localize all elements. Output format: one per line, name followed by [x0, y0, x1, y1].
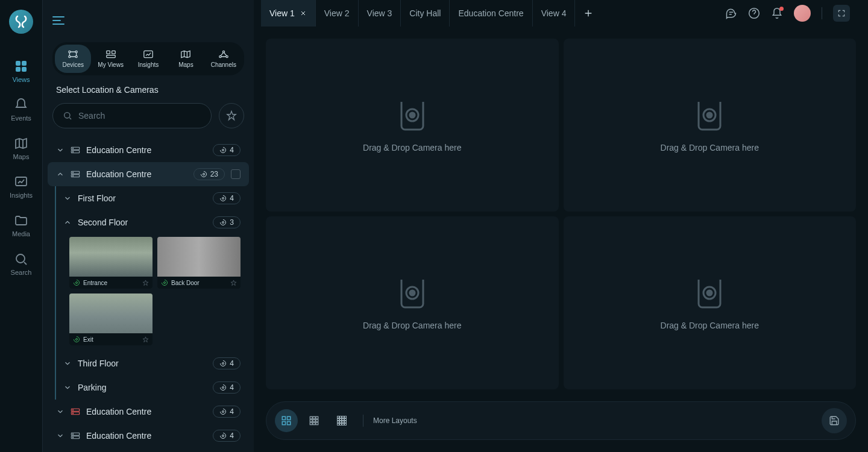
svg-point-5: [16, 254, 25, 263]
chevron-down-icon: [56, 407, 64, 416]
view-tab[interactable]: View 1: [261, 0, 316, 27]
rail-insights[interactable]: Insights: [3, 168, 39, 206]
search-input[interactable]: [78, 111, 201, 121]
svg-point-20: [64, 113, 70, 118]
favorites-button[interactable]: [219, 103, 244, 128]
svg-point-29: [72, 175, 73, 176]
svg-point-12: [75, 55, 77, 57]
svg-rect-82: [338, 424, 339, 425]
plus-icon: [583, 8, 593, 18]
camera-count-badge: 4: [213, 430, 241, 442]
fullscreen-button[interactable]: [833, 5, 850, 22]
camera-thumbnail[interactable]: Entrance: [69, 237, 153, 289]
tree-node[interactable]: Education Centre 4: [48, 424, 249, 448]
layout-4x4-button[interactable]: [330, 409, 353, 432]
close-icon[interactable]: [300, 10, 307, 17]
camera-thumbnail[interactable]: Back Door: [157, 237, 241, 289]
chevron-down-icon: [63, 359, 72, 368]
tab-maps[interactable]: Maps: [168, 45, 204, 73]
drop-cell[interactable]: Drag & Drop Camera here: [266, 216, 559, 389]
svg-rect-16: [144, 51, 153, 57]
svg-point-52: [707, 113, 712, 118]
tree-node[interactable]: Second Floor 3: [57, 210, 249, 234]
svg-point-54: [410, 290, 415, 295]
view-tab[interactable]: View 3: [359, 0, 401, 27]
svg-rect-78: [338, 421, 339, 422]
chevron-down-icon: [56, 432, 64, 440]
user-avatar[interactable]: [794, 5, 811, 22]
hamburger-icon[interactable]: [52, 16, 64, 25]
help-icon: [748, 7, 760, 19]
save-view-button[interactable]: [822, 408, 847, 433]
sidebar: Devices My Views Insights Maps Channels …: [43, 0, 254, 452]
comments-button[interactable]: [725, 7, 737, 19]
layout-2x2-button[interactable]: [275, 409, 298, 432]
svg-point-10: [75, 51, 77, 52]
grid-2x2-icon: [281, 415, 292, 426]
tree-node[interactable]: Education Centre 4: [48, 400, 249, 424]
camera-placeholder-icon: [393, 98, 432, 133]
notifications-button[interactable]: [771, 7, 783, 19]
tree-node[interactable]: Education Centre 4: [48, 138, 249, 162]
server-icon: [71, 146, 80, 154]
svg-rect-85: [345, 424, 347, 425]
add-tab-button[interactable]: [575, 8, 602, 18]
more-layouts-button[interactable]: More Layouts: [373, 416, 417, 425]
star-icon[interactable]: [142, 336, 149, 343]
rail-maps[interactable]: Maps: [3, 129, 39, 168]
layout-3x3-button[interactable]: [303, 409, 326, 432]
svg-rect-14: [112, 51, 115, 54]
app-logo[interactable]: [9, 10, 33, 34]
svg-rect-64: [310, 419, 312, 422]
svg-point-30: [203, 174, 204, 175]
star-icon[interactable]: [230, 280, 237, 286]
tree-node[interactable]: Parking 4: [57, 375, 249, 400]
view-tab[interactable]: Education Centre: [450, 0, 532, 27]
svg-rect-74: [338, 418, 339, 420]
drop-cell[interactable]: Drag & Drop Camera here: [564, 216, 857, 389]
tab-channels[interactable]: Channels: [206, 45, 242, 73]
grid-4x4-icon: [336, 415, 347, 426]
drop-cell[interactable]: Drag & Drop Camera here: [266, 39, 559, 212]
view-tab[interactable]: City Hall: [401, 0, 450, 27]
star-icon[interactable]: [142, 280, 149, 286]
tree-node[interactable]: First Floor 4: [57, 186, 249, 210]
svg-point-34: [164, 282, 166, 284]
rail-media[interactable]: Media: [3, 206, 39, 245]
help-button[interactable]: [748, 7, 760, 19]
view-tab[interactable]: View 2: [316, 0, 359, 27]
divider: [363, 415, 363, 427]
svg-rect-83: [339, 424, 341, 425]
tree-node[interactable]: Education Centre 23: [48, 162, 249, 186]
tab-my-views[interactable]: My Views: [92, 45, 128, 73]
svg-point-28: [72, 172, 73, 173]
svg-rect-0: [16, 61, 20, 66]
rail-maps-label: Maps: [13, 153, 30, 160]
nav-rail: Views Events Maps Insights Media Search: [0, 0, 43, 452]
tab-insights[interactable]: Insights: [130, 45, 166, 73]
tab-devices[interactable]: Devices: [55, 45, 91, 73]
svg-point-47: [222, 435, 224, 437]
search-box[interactable]: [52, 103, 212, 128]
svg-point-35: [76, 339, 78, 341]
view-tab[interactable]: View 4: [533, 0, 576, 27]
drop-message: Drag & Drop Camera here: [363, 321, 461, 330]
svg-rect-1: [22, 61, 27, 66]
rail-events[interactable]: Events: [3, 90, 39, 129]
camera-count-badge: 4: [213, 192, 241, 204]
svg-point-45: [72, 434, 73, 435]
svg-rect-65: [313, 419, 315, 422]
rail-views[interactable]: Views: [3, 52, 39, 90]
chevron-up-icon: [63, 218, 72, 227]
svg-rect-2: [16, 67, 20, 72]
select-checkbox[interactable]: [231, 169, 241, 179]
main-area: View 1 View 2 View 3 City Hall Education…: [254, 0, 868, 452]
drop-cell[interactable]: Drag & Drop Camera here: [564, 39, 857, 212]
view-tabs-bar: View 1 View 2 View 3 City Hall Education…: [254, 0, 868, 27]
camera-thumbnail[interactable]: Exit: [69, 293, 153, 345]
rail-search[interactable]: Search: [3, 245, 39, 283]
chat-icon: [725, 7, 737, 19]
svg-rect-59: [282, 422, 285, 425]
tree-node[interactable]: Third Floor 4: [57, 351, 249, 375]
camera-count-badge: 4: [213, 144, 241, 156]
